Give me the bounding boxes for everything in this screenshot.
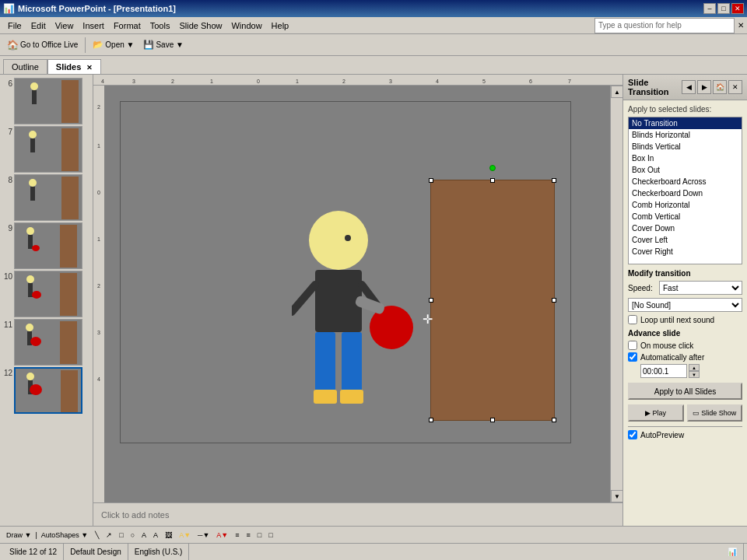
- font-color[interactable]: A▼: [213, 528, 231, 542]
- autoshapes-button[interactable]: AutoShapes ▼: [38, 528, 91, 542]
- trans-item-comb-v[interactable]: Comb Vertical: [629, 211, 742, 222]
- play-button[interactable]: ▶ Play: [628, 404, 684, 422]
- go-office-button[interactable]: 🏠 Go to Office Live: [3, 37, 82, 54]
- handle-tm[interactable]: [490, 178, 495, 183]
- slide-num-8: 8: [2, 174, 12, 184]
- sound-select[interactable]: [No Sound] Applause Arrow Bomb: [628, 298, 742, 312]
- slide-thumb-12[interactable]: 12: [2, 367, 91, 414]
- slide-thumb-6[interactable]: 6: [2, 78, 91, 124]
- time-spinner: ▲ ▼: [689, 364, 700, 378]
- autopreview-label: AutoPreview: [640, 431, 684, 439]
- trans-item-box-in[interactable]: Box In: [629, 152, 742, 164]
- panel-forward-btn[interactable]: ▶: [697, 80, 711, 94]
- open-button[interactable]: 📂 Open ▼: [89, 37, 138, 54]
- tab-slides[interactable]: Slides ✕: [47, 59, 101, 74]
- menu-format[interactable]: Format: [109, 19, 146, 32]
- handle-tl[interactable]: [429, 178, 433, 183]
- handle-bl[interactable]: [429, 418, 433, 422]
- wordart-tool[interactable]: A: [150, 528, 161, 542]
- align-center[interactable]: ≡: [244, 528, 254, 542]
- save-icon: 💾: [143, 40, 154, 50]
- trans-item-box-out[interactable]: Box Out: [629, 164, 742, 176]
- svg-rect-29: [314, 390, 337, 404]
- menu-help[interactable]: Help: [267, 19, 294, 32]
- trans-item-cover-right[interactable]: Cover Right: [629, 246, 742, 257]
- svg-text:1: 1: [97, 236, 100, 242]
- help-close-btn[interactable]: ✕: [738, 21, 744, 30]
- menu-insert[interactable]: Insert: [78, 19, 109, 32]
- slide-thumb-10[interactable]: 10: [2, 271, 91, 317]
- menu-view[interactable]: View: [51, 19, 79, 32]
- handle-tr[interactable]: [552, 178, 556, 183]
- handle-mr[interactable]: [552, 298, 556, 303]
- slide-thumb-11[interactable]: 11: [2, 319, 91, 366]
- fill-color[interactable]: A▼: [176, 528, 194, 542]
- scroll-up-btn[interactable]: ▲: [611, 86, 622, 98]
- notes-bar[interactable]: Click to add notes: [93, 502, 622, 526]
- save-button[interactable]: 💾 Save ▼: [139, 37, 187, 54]
- align-left[interactable]: ≡: [232, 528, 242, 542]
- trans-item-blinds-v[interactable]: Blinds Vertical: [629, 141, 742, 152]
- close-button[interactable]: ✕: [731, 3, 744, 14]
- menu-tools[interactable]: Tools: [146, 19, 175, 32]
- slide-thumb-9[interactable]: 9: [2, 222, 91, 269]
- clip-tool[interactable]: 🖼: [162, 528, 175, 542]
- maximize-button[interactable]: □: [717, 3, 730, 14]
- slideshow-button[interactable]: ▭ Slide Show: [687, 404, 743, 422]
- autopreview-checkbox[interactable]: [628, 430, 637, 439]
- trans-item-blinds-h[interactable]: Blinds Horizontal: [629, 129, 742, 141]
- slide-thumb-8[interactable]: 8: [2, 174, 91, 221]
- 3d-tool[interactable]: □: [265, 528, 275, 542]
- slide-thumb-7[interactable]: 7: [2, 126, 91, 173]
- scroll-down-btn[interactable]: ▼: [611, 490, 622, 502]
- loop-checkbox[interactable]: [628, 315, 637, 324]
- slide-canvas[interactable]: ✛ ▲ ▼: [104, 86, 622, 502]
- speed-select[interactable]: Fast Medium Slow: [659, 281, 742, 295]
- loop-label: Loop until next sound: [640, 316, 714, 324]
- trans-item-checker-across[interactable]: Checkerboard Across: [629, 176, 742, 187]
- rect-tool[interactable]: □: [116, 528, 126, 542]
- oval-tool[interactable]: ○: [128, 528, 138, 542]
- rotation-handle[interactable]: [489, 165, 496, 171]
- panel-header: Slide Transition ◀ ▶ 🏠 ✕: [623, 75, 747, 100]
- textbox-tool[interactable]: A: [139, 528, 149, 542]
- time-up-btn[interactable]: ▲: [689, 364, 700, 371]
- play-icon: ▶: [645, 409, 651, 417]
- menu-window[interactable]: Window: [226, 19, 266, 32]
- panel-home-btn[interactable]: 🏠: [713, 80, 727, 94]
- draw-menu-button[interactable]: Draw ▼: [3, 528, 34, 542]
- trans-item-no-transition[interactable]: No Transition: [629, 117, 742, 129]
- mouse-click-checkbox[interactable]: [628, 341, 637, 350]
- shadow-tool[interactable]: □: [254, 528, 265, 542]
- tab-close-btn[interactable]: ✕: [86, 64, 93, 72]
- trans-item-cover-left[interactable]: Cover Left: [629, 234, 742, 246]
- time-down-btn[interactable]: ▼: [689, 371, 700, 378]
- menu-slideshow[interactable]: Slide Show: [174, 19, 226, 32]
- time-input[interactable]: [640, 364, 687, 378]
- handle-bm[interactable]: [490, 418, 495, 422]
- tab-outline[interactable]: Outline: [3, 59, 47, 74]
- minimize-button[interactable]: –: [703, 3, 716, 14]
- panel-close-btn[interactable]: ✕: [728, 80, 742, 94]
- arrow-tool[interactable]: ↗: [103, 528, 115, 542]
- brown-rectangle[interactable]: [430, 180, 555, 421]
- slide-num-7: 7: [2, 126, 12, 136]
- svg-text:1: 1: [296, 79, 299, 84]
- help-input[interactable]: Type a question for help: [594, 18, 735, 33]
- menu-file[interactable]: File: [3, 19, 26, 32]
- trans-item-checker-down[interactable]: Checkerboard Down: [629, 187, 742, 199]
- canvas-area: 2 1 0 1 2 3 4: [93, 86, 622, 502]
- trans-item-comb-h[interactable]: Comb Horizontal: [629, 199, 742, 211]
- notes-placeholder: Click to add notes: [101, 510, 169, 520]
- panel-back-btn[interactable]: ◀: [682, 80, 696, 94]
- transition-list[interactable]: No Transition Blinds Horizontal Blinds V…: [629, 117, 742, 264]
- handle-br[interactable]: [552, 418, 556, 422]
- auto-after-checkbox[interactable]: [628, 352, 637, 362]
- line-tool[interactable]: ╲: [92, 528, 102, 542]
- line-color[interactable]: ─▼: [195, 528, 212, 542]
- apply-all-button[interactable]: Apply to All Slides: [628, 383, 742, 400]
- trans-item-cover-down[interactable]: Cover Down: [629, 222, 742, 234]
- handle-ml[interactable]: [429, 298, 433, 303]
- menu-edit[interactable]: Edit: [26, 19, 51, 32]
- slide-num-6: 6: [2, 78, 12, 88]
